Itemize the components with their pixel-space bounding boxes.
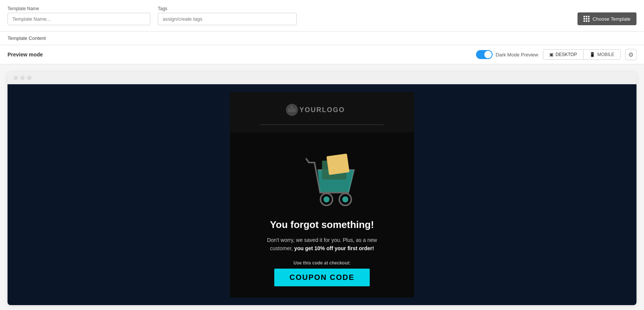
svg-line-4 — [306, 159, 309, 163]
mobile-button[interactable]: 📱 MOBILE — [583, 50, 620, 59]
email-hero: You forgot something! Don't worry, we sa… — [230, 132, 414, 298]
choose-template-label: Choose Template — [593, 16, 630, 22]
tags-label: Tags — [158, 6, 297, 11]
tags-group: Tags — [158, 6, 297, 25]
email-body: Don't worry, we saved it for you. Plus, … — [258, 236, 386, 253]
svg-text:YOURLOGO: YOURLOGO — [299, 106, 345, 114]
settings-button[interactable]: ⚙ — [625, 49, 636, 60]
email-headline: You forgot something! — [270, 219, 374, 231]
svg-text:L: L — [291, 105, 293, 108]
template-content-section-label: Template Content — [0, 32, 644, 45]
desktop-icon: ▣ — [549, 52, 553, 57]
mobile-icon: 📱 — [590, 52, 595, 57]
toolbar-right: Dark Mode Preview ▣ DESKTOP 📱 MOBILE ⚙ — [476, 49, 636, 60]
device-toggle-group: ▣ DESKTOP 📱 MOBILE — [543, 49, 621, 60]
svg-rect-6 — [327, 153, 349, 175]
template-name-group: Template Name — [8, 6, 150, 25]
template-name-label: Template Name — [8, 6, 150, 11]
email-body-bold: you get 10% off your first order! — [294, 245, 374, 251]
email-preview-container: L YOURLOGO — [8, 84, 636, 305]
toggle-slider — [476, 50, 493, 59]
browser-dot-2 — [20, 76, 25, 80]
email-logo-section: L YOURLOGO — [230, 92, 414, 132]
desktop-label: DESKTOP — [556, 52, 577, 57]
dark-mode-toggle-switch[interactable] — [476, 50, 493, 59]
svg-point-10 — [342, 196, 348, 202]
dark-mode-label: Dark Mode Preview — [496, 52, 538, 58]
grid-icon — [584, 16, 590, 22]
cart-illustration — [284, 144, 360, 211]
email-card: L YOURLOGO — [230, 92, 414, 298]
browser-dot-3 — [27, 76, 32, 80]
template-name-input[interactable] — [8, 13, 150, 25]
desktop-button[interactable]: ▣ DESKTOP — [543, 50, 583, 59]
dark-mode-toggle-group: Dark Mode Preview — [476, 50, 538, 59]
svg-point-8 — [324, 196, 330, 202]
mobile-label: MOBILE — [597, 52, 614, 57]
template-content-text: Template Content — [8, 35, 46, 41]
checkout-label: Use this code at checkout: — [293, 260, 351, 266]
tags-input[interactable] — [158, 13, 297, 25]
coupon-button[interactable]: COUPON CODE — [274, 269, 369, 286]
preview-area: L YOURLOGO — [0, 64, 644, 310]
settings-icon: ⚙ — [628, 51, 633, 58]
coupon-label: COUPON CODE — [289, 273, 354, 281]
browser-frame: L YOURLOGO — [8, 72, 636, 305]
email-logo: L YOURLOGO — [237, 102, 407, 119]
top-bar: Template Name Tags Choose Template — [0, 0, 644, 32]
browser-dot-1 — [14, 76, 18, 80]
browser-chrome — [8, 72, 636, 84]
svg-rect-2 — [288, 108, 296, 112]
preview-toolbar: Preview mode Dark Mode Preview ▣ DESKTOP… — [0, 45, 644, 64]
choose-template-button[interactable]: Choose Template — [577, 12, 636, 25]
logo-divider — [260, 125, 384, 125]
preview-mode-label: Preview mode — [8, 52, 43, 58]
